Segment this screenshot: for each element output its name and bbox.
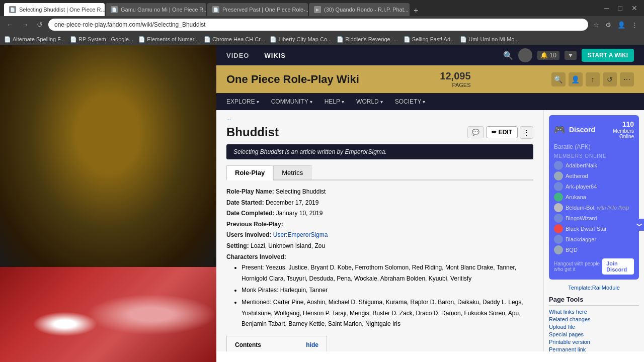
nav-wikis[interactable]: WIKIS — [264, 52, 286, 59]
wiki-refresh-icon[interactable]: ↺ — [603, 72, 617, 86]
member-row-1: AdalbertNaik — [554, 161, 634, 170]
nav-help[interactable]: HELP▾ — [319, 93, 349, 110]
nav-society[interactable]: SOCIETY▾ — [390, 93, 431, 110]
wiki-main: ... Bhuddist 💬 ✏ EDIT ⋮ Selecting Bhu — [216, 110, 543, 351]
upload-file-link[interactable]: Upload file — [549, 324, 639, 330]
bookmark-3[interactable]: 📄 Elements of Numer... — [138, 36, 199, 43]
rp-name-label: Role-Play Name: — [226, 188, 274, 195]
edit-label: EDIT — [499, 129, 512, 136]
tab-1[interactable]: 📄 Selecting Bhuddist | One Piece R... ✕ — [4, 3, 105, 16]
wiki-search-icon[interactable]: 🔍 — [551, 72, 566, 86]
extensions-icon[interactable]: ⚙ — [603, 20, 613, 30]
date-started-label: Date Started: — [226, 199, 264, 206]
member-row-9: BQD — [554, 245, 634, 254]
wiki-user-icon[interactable]: 👤 — [569, 72, 583, 86]
setting-label: Setting: — [226, 242, 249, 249]
wiki-history-icon[interactable]: ↑ — [586, 72, 600, 86]
toc-box: Contents hide 1 Blue Call 2 Cloudy Arran… — [226, 336, 327, 351]
author-notice: Selecting Bhuddist is an article written… — [226, 144, 533, 159]
tab-favicon-2: 📄 — [111, 6, 118, 13]
tab-label-3: Preserved Past | One Piece Role-... — [222, 7, 308, 13]
reload-button[interactable]: ↺ — [34, 20, 45, 30]
search-button[interactable]: 🔍 — [503, 51, 513, 60]
more-menu-button[interactable]: ▼ — [565, 51, 577, 60]
webcam-video — [0, 45, 216, 267]
monk-pirates-text: Harlequin, Tanner — [280, 287, 328, 294]
member-name-7: Black Dwarf Star — [566, 226, 607, 232]
maximize-button[interactable]: □ — [616, 3, 625, 13]
main-area: VIDEO WIKIS 🔍 🔔 10 ▼ START A WIKI One Pi… — [0, 45, 644, 362]
start-wiki-button[interactable]: START A WIKI — [582, 49, 634, 62]
members-number: 110 — [613, 120, 634, 128]
nav-community[interactable]: COMMUNITY▾ — [266, 93, 317, 110]
date-completed-label: Date Completed: — [226, 210, 274, 217]
role-play-info: Role-Play Name: Selecting Bhuddist Date … — [226, 187, 533, 262]
browser-tabs: 📄 Selecting Bhuddist | One Piece R... ✕ … — [4, 0, 421, 16]
back-button[interactable]: ← — [4, 20, 16, 30]
wiki-header-icons: 🔍 👤 ↑ ↺ ⋯ — [551, 72, 634, 86]
wiki-header: One Piece Role-Play Wiki 12,095 PAGES 🔍 … — [216, 65, 644, 93]
mentioned-chars-item: Mentioned: Carter Pine, Aoshin, Michael … — [242, 297, 533, 330]
more-options-button[interactable]: ⋮ — [520, 126, 533, 139]
close-button[interactable]: ✕ — [629, 3, 640, 13]
edit-button[interactable]: ✏ EDIT — [486, 126, 518, 138]
member-avatar-9 — [554, 245, 563, 254]
profile-icon[interactable]: 👤 — [615, 20, 627, 30]
tab-3[interactable]: 📄 Preserved Past | One Piece Role-... ✕ — [207, 3, 308, 16]
monk-pirates-label: Monk Pirates: — [242, 287, 278, 294]
page-tools-section: Page Tools What links here Related chang… — [549, 296, 639, 351]
what-links-here-link[interactable]: What links here — [549, 309, 639, 315]
users-involved-link[interactable]: User:EmperorSigma — [273, 231, 328, 238]
nav-world[interactable]: WORLD▾ — [351, 93, 388, 110]
notifications-button[interactable]: 🔔 10 — [537, 51, 559, 60]
tab-roleplay[interactable]: Role-Play — [226, 165, 273, 180]
wiki-pages-count: 12,095 PAGES — [440, 70, 470, 88]
wiki-more-icon[interactable]: ⋯ — [620, 72, 634, 86]
member-avatar-3 — [554, 182, 563, 191]
webcam-area — [0, 45, 216, 362]
tab-4[interactable]: ▶ (30) Quando Rondo - R.I.P. Phat... ✕ — [309, 3, 410, 16]
minimize-button[interactable]: ─ — [602, 3, 612, 13]
tab-metrics[interactable]: Metrics — [273, 165, 311, 179]
permanent-link-link[interactable]: Permanent link — [549, 346, 639, 351]
sidebar-collapse-button[interactable]: ❯ — [635, 219, 644, 231]
nav-video[interactable]: VIDEO — [226, 52, 249, 59]
address-bar[interactable]: one-piece-role-play.fandom.com/wiki/Sele… — [48, 19, 588, 31]
author-notice-text: Selecting Bhuddist is an article written… — [233, 148, 387, 155]
member-name-3: Ark-player64 — [566, 184, 597, 190]
bookmark-4[interactable]: 📄 Chrome Hea CH Cr... — [204, 36, 265, 43]
tab-2[interactable]: 📄 Gamu Gamu no Mi | One Piece R... ✕ — [106, 3, 206, 16]
bookmark-5[interactable]: 📄 Liberty City Map Co... — [270, 36, 332, 43]
special-pages-link[interactable]: Special pages — [549, 331, 639, 337]
breadcrumb[interactable]: ... — [226, 115, 533, 121]
related-changes-link[interactable]: Related changes — [549, 316, 639, 322]
author-text: Selecting Bhuddist is an article written… — [233, 148, 387, 155]
forward-button[interactable]: → — [19, 20, 31, 30]
toc-hide-button[interactable]: hide — [306, 341, 318, 348]
bookmark-2[interactable]: 📄 RP System - Google... — [70, 36, 133, 43]
comment-button[interactable]: 💬 — [467, 126, 484, 138]
menu-icon[interactable]: ⋮ — [629, 20, 640, 30]
bookmark-8[interactable]: 📄 Umi-Umi no Mi Mo... — [460, 36, 519, 43]
bookmark-1[interactable]: 📄 Alternate Spelling F... — [4, 36, 65, 43]
bookmark-icon[interactable]: ☆ — [591, 20, 601, 30]
new-tab-button[interactable]: + — [411, 5, 421, 16]
browser-titlebar: 📄 Selecting Bhuddist | One Piece R... ✕ … — [0, 0, 644, 16]
member-avatar-4 — [554, 193, 563, 202]
printable-version-link[interactable]: Printable version — [549, 339, 639, 345]
member-row-2: Aetherod — [554, 171, 634, 180]
user-avatar[interactable] — [518, 48, 532, 62]
member-avatar-5 — [554, 203, 563, 212]
join-discord-button[interactable]: Join Discord — [602, 258, 634, 275]
chars-list: Present: Yeezus, Justice, Bryant D. Kobe… — [226, 262, 533, 330]
bookmark-7[interactable]: 📄 Selling Fast! Ad... — [404, 36, 455, 43]
template-rail-link[interactable]: Template:RailModule — [549, 285, 639, 291]
wiki-title: One Piece Role-Play Wiki — [226, 73, 359, 86]
nav-explore[interactable]: EXPLORE▾ — [221, 93, 264, 110]
member-name-9: BQD — [566, 247, 578, 253]
anime-art — [0, 267, 216, 362]
present-chars-item: Present: Yeezus, Justice, Bryant D. Kobe… — [242, 262, 533, 284]
wiki-top-right: 🔍 🔔 10 ▼ START A WIKI — [503, 48, 634, 62]
bookmark-6[interactable]: 📄 Riddler's Revenge -... — [337, 36, 398, 43]
discord-widget: 🎮 Discord 110 MembersOnline Baratie (AFK… — [549, 115, 639, 280]
